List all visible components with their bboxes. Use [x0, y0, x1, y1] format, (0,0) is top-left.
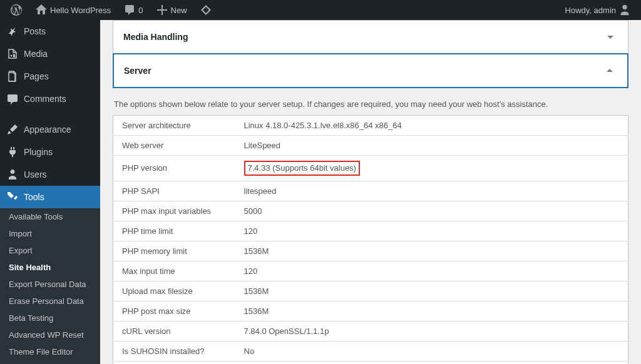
row-key: PHP memory limit	[113, 241, 235, 261]
table-row: PHP max input variables5000	[113, 201, 628, 221]
submenu-item-advanced-wp-reset[interactable]: Advanced WP Reset	[0, 326, 100, 343]
wordpress-icon	[10, 4, 23, 16]
user-icon	[6, 168, 19, 181]
submenu-item-erase-personal-data[interactable]: Erase Personal Data	[0, 293, 100, 310]
svg-rect-1	[9, 73, 14, 81]
sidebar-item-users[interactable]: Users	[0, 163, 100, 186]
row-value: 120	[235, 221, 628, 241]
row-key: cURL version	[113, 321, 235, 341]
row-value: 1536M	[235, 301, 628, 321]
row-key: Is SUHOSIN installed?	[113, 341, 235, 361]
media-handling-title: Media Handling	[123, 32, 188, 42]
row-value: 7.4.33 (Supports 64bit values)	[235, 156, 628, 181]
row-value: 7.84.0 OpenSSL/1.1.1p	[235, 321, 628, 341]
submenu-item-available-tools[interactable]: Available Tools	[0, 208, 100, 225]
plus-icon	[156, 4, 168, 16]
sidebar-item-label: Comments	[24, 94, 66, 104]
sidebar-item-label: Users	[24, 169, 47, 179]
row-value: 1536M	[235, 281, 628, 301]
pin-icon	[6, 25, 19, 38]
row-value: Yes	[235, 361, 628, 364]
table-row: Upload max filesize1536M	[113, 281, 628, 301]
litespeed-topbar-item[interactable]	[195, 0, 217, 20]
sidebar-item-tools[interactable]: Tools	[0, 186, 100, 208]
row-key: PHP post max size	[113, 301, 235, 321]
media-handling-header[interactable]: Media Handling	[113, 21, 628, 53]
server-intro-text: The options shown below relate to your s…	[113, 88, 628, 115]
table-row: PHP version7.4.33 (Supports 64bit values…	[113, 156, 628, 181]
main-content: Media Handling Server The options shown …	[100, 20, 641, 364]
submenu-item-export-personal-data[interactable]: Export Personal Data	[0, 276, 100, 293]
sidebar-item-label: Tools	[24, 192, 44, 202]
table-row: PHP SAPIlitespeed	[113, 181, 628, 201]
table-row: PHP time limit120	[113, 221, 628, 241]
row-key: Upload max filesize	[113, 281, 235, 301]
row-value: 1536M	[235, 241, 628, 261]
comment-icon	[123, 4, 136, 16]
row-value: Linux 4.18.0-425.3.1.lve.el8.x86_64 x86_…	[235, 116, 628, 136]
chevron-down-icon	[603, 29, 618, 44]
sidebar-item-appearance[interactable]: Appearance	[0, 118, 100, 141]
row-key: Web server	[113, 136, 235, 156]
site-name-label: Hello WordPress	[50, 6, 111, 15]
row-key: Max input time	[113, 261, 235, 281]
server-panel: Server	[113, 53, 628, 88]
new-label: New	[171, 6, 187, 15]
sidebar-item-posts[interactable]: Posts	[0, 20, 100, 43]
row-key: PHP version	[113, 156, 235, 181]
svg-point-0	[11, 55, 13, 57]
topbar-right: Howdy, admin	[560, 0, 636, 20]
wp-logo-item[interactable]	[5, 0, 28, 20]
sidebar-item-label: Pages	[24, 71, 49, 81]
litespeed-icon	[200, 4, 212, 16]
home-icon	[35, 4, 48, 16]
sidebar-item-media[interactable]: Media	[0, 43, 100, 65]
row-value: 120	[235, 261, 628, 281]
admin-topbar: Hello WordPress 0 New Howdy, admin	[0, 0, 641, 20]
row-value: No	[235, 341, 628, 361]
sidebar-item-label: Appearance	[24, 124, 71, 134]
row-key: Server architecture	[113, 116, 235, 136]
table-row: PHP memory limit1536M	[113, 241, 628, 261]
row-key: PHP SAPI	[113, 181, 235, 201]
comments-item[interactable]: 0	[118, 0, 148, 20]
sidebar-item-label: Posts	[24, 26, 46, 36]
submenu-item-plugin-file-editor[interactable]: Plugin File Editor	[0, 360, 100, 364]
topbar-left: Hello WordPress 0 New	[5, 0, 217, 20]
server-title: Server	[124, 66, 151, 76]
submenu-item-site-health[interactable]: Site Health	[0, 259, 100, 276]
row-key: PHP max input variables	[113, 201, 235, 221]
media-handling-panel: Media Handling	[113, 20, 628, 54]
new-item[interactable]: New	[151, 0, 192, 20]
admin-sidebar: PostsMediaPagesCommentsAppearancePlugins…	[0, 20, 100, 364]
avatar-icon	[618, 4, 631, 16]
table-row: Max input time120	[113, 261, 628, 281]
sidebar-item-comments[interactable]: Comments	[0, 88, 100, 110]
howdy-item[interactable]: Howdy, admin	[560, 0, 636, 20]
table-row: Web serverLiteSpeed	[113, 136, 628, 156]
sidebar-item-label: Plugins	[24, 147, 53, 157]
server-info-table: Server architectureLinux 4.18.0-425.3.1.…	[113, 115, 628, 364]
chevron-up-icon	[602, 63, 617, 78]
table-row: PHP post max size1536M	[113, 301, 628, 321]
media-icon	[6, 48, 19, 60]
site-name-item[interactable]: Hello WordPress	[30, 0, 116, 20]
comment-icon	[6, 93, 19, 105]
row-value: litespeed	[235, 181, 628, 201]
server-header[interactable]: Server	[113, 53, 628, 88]
row-value: LiteSpeed	[235, 136, 628, 156]
submenu-item-beta-testing[interactable]: Beta Testing	[0, 310, 100, 326]
table-row: Is SUHOSIN installed?No	[113, 341, 628, 361]
submenu-item-export[interactable]: Export	[0, 242, 100, 259]
sidebar-item-plugins[interactable]: Plugins	[0, 141, 100, 163]
submenu-item-import[interactable]: Import	[0, 225, 100, 242]
submenu-item-theme-file-editor[interactable]: Theme File Editor	[0, 343, 100, 360]
plug-icon	[6, 146, 19, 158]
comments-count: 0	[138, 6, 143, 15]
table-row: cURL version7.84.0 OpenSSL/1.1.1p	[113, 321, 628, 341]
sidebar-item-pages[interactable]: Pages	[0, 65, 100, 88]
table-row: Server architectureLinux 4.18.0-425.3.1.…	[113, 116, 628, 136]
table-row: Is the Imagick library available?Yes	[113, 361, 628, 364]
row-value: 5000	[235, 201, 628, 221]
sidebar-item-label: Media	[24, 49, 48, 59]
